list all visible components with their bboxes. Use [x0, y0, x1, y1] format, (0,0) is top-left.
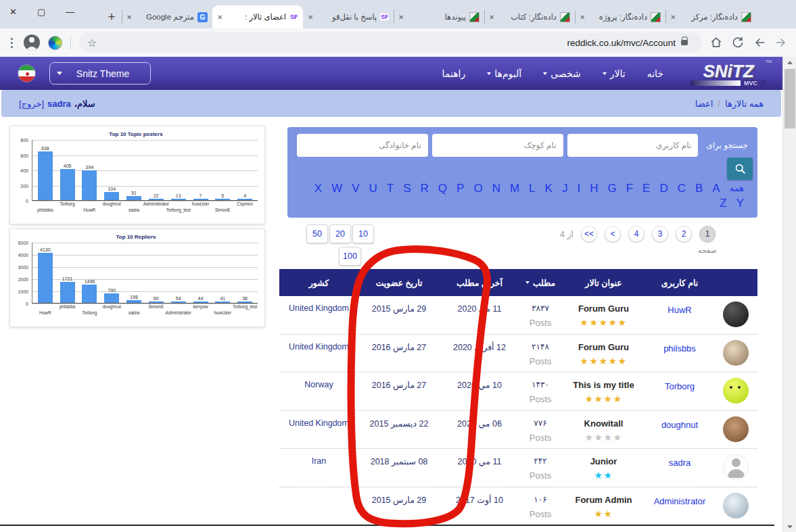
tab-close-icon[interactable]: ✕ — [670, 14, 676, 21]
join-date: 27 مارس 2016 — [358, 335, 440, 372]
page-button[interactable]: 3 — [652, 226, 668, 242]
last-page-button[interactable]: >> — [581, 226, 597, 242]
tab-datanegar-center[interactable]: ✕ داده‌نگار: مرکز — [665, 5, 756, 28]
scrollbar-thumb[interactable] — [785, 69, 795, 128]
alphabet-letter-link[interactable]: E — [642, 181, 650, 196]
menu-item-home[interactable]: خانه — [647, 68, 663, 79]
tab-close-icon[interactable]: ✕ — [308, 14, 313, 21]
page-button-current[interactable]: 1 — [699, 226, 716, 242]
username-link[interactable]: philsbbs — [663, 343, 696, 354]
member-search-panel: جستجو برای همهABCDEFGHIJKLMNOPQRSTUVWXYZ — [287, 127, 757, 218]
tab-close-icon[interactable]: ✕ — [398, 14, 404, 21]
tab-datanegar-project[interactable]: ✕ داده‌نگار: پروژه — [575, 5, 665, 28]
scrollbar-up-arrow[interactable] — [783, 57, 796, 68]
next-page-button[interactable]: > — [605, 226, 621, 242]
page-size-50-button[interactable]: 50 — [306, 224, 328, 243]
search-button[interactable] — [727, 158, 753, 180]
alphabet-letter-link[interactable]: T — [387, 181, 394, 196]
header-forum-title[interactable]: عنوان تالار — [561, 278, 646, 288]
username-search-input[interactable] — [567, 134, 699, 157]
alphabet-letter-link[interactable]: H — [590, 181, 598, 196]
alphabet-letter-link[interactable]: R — [421, 181, 429, 196]
tab-close-icon[interactable]: ✕ — [217, 14, 223, 21]
alphabet-letter-link[interactable]: L — [529, 181, 535, 196]
tab-forum-members-active[interactable]: ✕ اعضای تالار : S₣ — [212, 5, 303, 28]
alphabet-letter-link[interactable]: P — [456, 181, 464, 196]
iran-flag-icon[interactable] — [18, 64, 36, 82]
logout-link[interactable]: [خروج] — [19, 99, 44, 109]
window-minimize-icon[interactable]: — — [66, 7, 74, 17]
reload-icon[interactable] — [731, 36, 745, 49]
tab-google-translate[interactable]: ✕ مترجم Google G — [122, 5, 212, 28]
tab-close-icon[interactable]: ✕ — [126, 14, 132, 21]
menu-item-albums[interactable]: آلبوم‌ها — [487, 68, 521, 79]
menu-item-personal[interactable]: شخصی — [543, 68, 581, 79]
window-maximize-icon[interactable]: ▢ — [37, 7, 45, 17]
new-tab-button[interactable]: + — [101, 5, 122, 28]
username-link[interactable]: Torborg — [665, 381, 695, 391]
back-icon[interactable] — [753, 36, 766, 49]
bookmark-star-icon[interactable]: ☆ — [87, 37, 97, 49]
page-size-10-button[interactable]: 10 — [352, 224, 374, 243]
home-icon[interactable] — [709, 36, 723, 49]
alphabet-letter-link[interactable]: U — [369, 181, 377, 196]
alphabet-letter-link[interactable]: F — [626, 181, 633, 196]
username-link[interactable]: Administrator — [654, 496, 706, 506]
forward-icon[interactable] — [774, 36, 788, 49]
scrollbar-down-arrow[interactable] — [783, 521, 796, 532]
alphabet-letter-link[interactable]: J — [562, 181, 568, 196]
alphabet-letter-link[interactable]: X — [314, 181, 322, 196]
profile-icon[interactable] — [24, 34, 40, 51]
firstname-search-input[interactable] — [432, 134, 563, 157]
window-close-icon[interactable]: ✕ — [9, 7, 17, 17]
page-button[interactable]: 4 — [628, 226, 645, 242]
alphabet-letter-link[interactable]: همه — [730, 181, 744, 196]
alphabet-letter-link[interactable]: D — [659, 181, 668, 196]
extension-idm-icon[interactable] — [48, 36, 62, 50]
post-count: ۲۴۲ — [519, 456, 561, 466]
alphabet-letter-link[interactable]: G — [607, 181, 616, 196]
star-rating: ★★ — [561, 508, 646, 519]
tab-reply-quote[interactable]: ✕ پاسخ با نقل‌قو S₣ — [303, 5, 394, 28]
username-link[interactable]: HuwR — [668, 305, 691, 315]
header-posts-sortable[interactable]: مطلب — [519, 278, 561, 288]
alphabet-letter-link[interactable]: C — [678, 181, 686, 196]
username-link[interactable]: doughnut — [661, 420, 698, 430]
address-bar[interactable]: ☆ reddick.co.uk/mvc/Account — [79, 32, 701, 53]
alphabet-letter-link[interactable]: I — [577, 181, 580, 196]
alphabet-letter-link[interactable]: Q — [438, 181, 447, 196]
breadcrumb-members-link[interactable]: اعضا — [695, 99, 713, 109]
tab-close-icon[interactable]: ✕ — [489, 14, 494, 21]
page-button[interactable]: 2 — [676, 226, 692, 242]
alphabet-letter-link[interactable]: Z — [720, 196, 726, 211]
tab-links[interactable]: ✕ پیوندها — [394, 5, 484, 28]
alphabet-letter-link[interactable]: A — [712, 181, 720, 196]
tab-close-icon[interactable]: ✕ — [580, 14, 585, 21]
theme-selector-button[interactable]: Snitz Theme — [49, 62, 151, 84]
menu-item-help[interactable]: راهنما — [442, 68, 466, 79]
alphabet-letter-link[interactable]: K — [545, 181, 553, 196]
tab-datanegar-book[interactable]: ✕ داده‌نگار: کتاب — [484, 5, 575, 28]
alphabet-letter-link[interactable]: B — [695, 181, 703, 196]
alphabet-letter-link[interactable]: V — [352, 181, 359, 196]
welcome-username-link[interactable]: sadra — [47, 99, 71, 109]
alphabet-letter-link[interactable]: M — [510, 181, 519, 196]
menu-item-forum[interactable]: تالار — [603, 68, 626, 79]
snitz-logo[interactable]: SNiTZ TM MVC — [686, 61, 770, 87]
lastname-search-input[interactable] — [297, 134, 428, 157]
alphabet-letter-link[interactable]: N — [492, 181, 500, 196]
page-size-100-button[interactable]: 100 — [339, 247, 361, 266]
username-link[interactable]: sadra — [669, 458, 691, 468]
page-size-buttons: 50 20 10 — [306, 224, 375, 243]
header-username[interactable]: نام کاربری — [646, 278, 713, 288]
alphabet-letter-link[interactable]: Y — [736, 196, 744, 211]
alphabet-letter-link[interactable]: S — [403, 181, 411, 196]
breadcrumb-all-forums-link[interactable]: همه تالارها — [725, 99, 764, 109]
alphabet-letter-link[interactable]: W — [331, 181, 342, 196]
header-last-post[interactable]: آخرین مطلب — [440, 278, 519, 288]
header-join-date[interactable]: تاریخ عضویت — [358, 278, 440, 288]
header-country[interactable]: کشور — [279, 278, 358, 288]
alphabet-letter-link[interactable]: O — [473, 181, 482, 196]
page-size-20-button[interactable]: 20 — [329, 224, 351, 243]
menu-kebab-icon[interactable] — [8, 35, 16, 51]
